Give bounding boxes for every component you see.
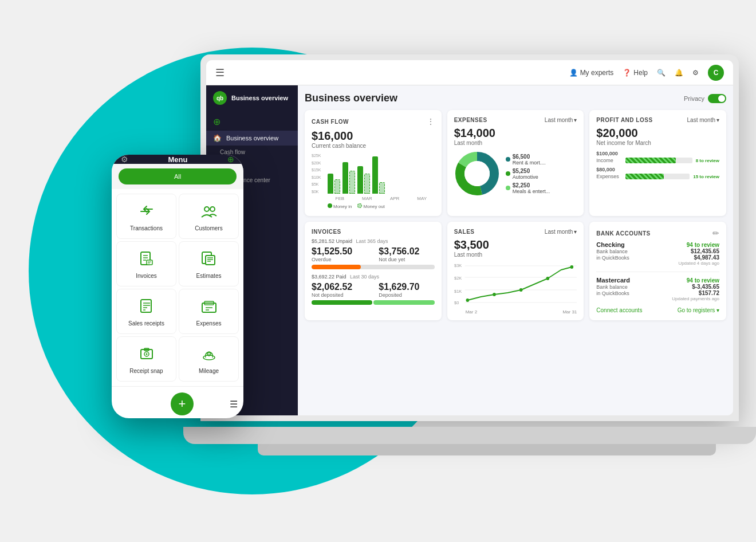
phone-menu-grid: Transactions Customers — [112, 189, 243, 386]
phone-gear-icon[interactable]: ⚙ — [121, 155, 128, 164]
expenses-label: Expenses — [196, 320, 222, 327]
invoices-title: INVOICES — [312, 229, 341, 235]
expenses-legend-rent: $6,500 Rent & mort.... — [506, 154, 550, 166]
svg-point-29 — [208, 354, 210, 355]
help-icon: ❓ — [623, 69, 631, 77]
phone-add-icon[interactable]: ⊕ — [227, 155, 234, 164]
pnl-card: PROFIT AND LOSS Last month ▾ $20,000 Net… — [589, 110, 726, 216]
pnl-title: PROFIT AND LOSS — [596, 117, 652, 123]
bar-may — [372, 156, 385, 194]
toggle-knob — [718, 95, 725, 102]
page-title: Business overview — [305, 92, 397, 104]
sales-amount: $3,500 — [454, 238, 577, 252]
pnl-income-row: Income 8 to review — [596, 158, 719, 163]
phone-menu-expenses[interactable]: Expenses — [179, 289, 239, 334]
chevron-down-icon: ▾ — [574, 229, 577, 235]
bank-checking: Checking 94 to review Bank balance $12,4… — [596, 241, 719, 266]
svg-rect-10 — [206, 256, 215, 265]
svg-rect-6 — [147, 260, 152, 265]
svg-point-45 — [519, 288, 523, 292]
privacy-toggle[interactable]: Privacy — [684, 94, 726, 103]
expenses-title: EXPENSES — [454, 117, 487, 123]
svg-point-43 — [466, 299, 469, 302]
search-btn[interactable]: 🔍 — [657, 69, 666, 77]
mobile-phone: ⚙ Menu ⊕ All Transactions — [112, 155, 243, 418]
phone-menu-customers[interactable]: Customers — [179, 194, 239, 239]
cashflow-title: CASH FLOW — [312, 119, 349, 125]
qb-logo: qb — [213, 91, 227, 105]
phone-hamburger-icon[interactable]: ☰ — [230, 399, 238, 410]
expenses-card: EXPENSES Last month ▾ $14,000 Last month — [447, 110, 584, 216]
sales-period-btn[interactable]: Last month ▾ — [545, 229, 577, 235]
pnl-subtitle: Net income for March — [596, 140, 719, 146]
svg-point-47 — [570, 265, 573, 269]
expenses-amount: $14,000 — [454, 127, 577, 140]
svg-point-0 — [204, 207, 209, 211]
chevron-down-icon: ▾ — [574, 117, 577, 123]
hamburger-icon[interactable]: ☰ — [215, 66, 225, 79]
expenses-donut-chart — [454, 151, 500, 197]
sidebar-add-row[interactable]: ⊕ — [206, 113, 298, 131]
app-header: ☰ 👤 My experts ❓ Help 🔍 🔔 — [206, 60, 733, 85]
help-btn[interactable]: ❓ Help — [623, 69, 648, 77]
bar-mar — [342, 162, 355, 194]
estimates-icon — [199, 249, 219, 269]
bank-mastercard: Mastercard 94 to review Bank balance $-3… — [596, 277, 719, 301]
phone-fab-button[interactable]: + — [171, 392, 194, 415]
cashflow-menu-btn[interactable]: ⋮ — [427, 117, 435, 126]
go-to-registers-btn[interactable]: Go to registers ▾ — [678, 307, 719, 313]
phone-filter-all[interactable]: All — [119, 168, 237, 184]
bar-feb — [328, 174, 340, 194]
user-avatar[interactable]: C — [708, 65, 724, 81]
phone-menu-estimates[interactable]: Estimates — [179, 241, 239, 286]
cashflow-card: CASH FLOW ⋮ $16,000 Current cash balance… — [305, 110, 442, 216]
mileage-icon — [199, 344, 219, 364]
my-experts-btn[interactable]: 👤 My experts — [569, 69, 614, 77]
invoices-card: INVOICES $5,281.52 Unpaid Last 365 days … — [305, 222, 442, 320]
phone-menu-invoices[interactable]: Invoices — [116, 241, 176, 286]
invoices-deposited-row: $2,062.52 Not deposited $1,629.70 Deposi… — [312, 282, 435, 298]
checking-review[interactable]: 94 to review — [687, 242, 719, 248]
notifications-btn[interactable]: 🔔 — [675, 69, 683, 77]
phone-menu-receipt-snap[interactable]: Receipt snap — [116, 336, 176, 382]
sales-subtitle: Last month — [454, 252, 577, 258]
svg-text:$2K: $2K — [454, 276, 462, 281]
expenses-period-btn[interactable]: Last month ▾ — [545, 117, 577, 123]
settings-btn[interactable]: ⚙ — [692, 69, 699, 77]
laptop-base — [183, 427, 756, 444]
svg-text:$1K: $1K — [454, 289, 462, 294]
transactions-label: Transactions — [130, 225, 163, 231]
bank-edit-btn[interactable]: ✏ — [712, 229, 719, 238]
customers-icon — [199, 201, 219, 222]
chart-legend: Money in Money out — [312, 203, 435, 209]
svg-point-44 — [493, 293, 496, 296]
bell-icon: 🔔 — [675, 69, 683, 77]
privacy-switch[interactable] — [708, 94, 726, 103]
pnl-period-btn[interactable]: Last month ▾ — [687, 117, 719, 123]
svg-point-1 — [210, 207, 215, 211]
main-content: Business overview Privacy — [298, 85, 733, 415]
expenses-legend: $6,500 Rent & mort.... $5,250 Aut — [506, 154, 550, 194]
bank-accounts-card: BANK ACCOUNTS ✏ Checking 94 to review — [589, 222, 726, 320]
phone-menu-transactions[interactable]: Transactions — [116, 194, 176, 239]
transactions-icon — [136, 201, 157, 222]
sales-card: SALES Last month ▾ $3,500 Last month — [447, 222, 584, 320]
chart-x-labels: FEBMARAPRMAY — [312, 196, 435, 201]
phone-title: Menu — [168, 155, 188, 164]
receipt-snap-icon — [136, 344, 157, 364]
pnl-expenses-row: Expenses 15 to review — [596, 174, 719, 179]
sales-title: SALES — [454, 229, 475, 235]
phone-menu-sales-receipts[interactable]: Sales receipts — [116, 289, 176, 334]
search-icon: 🔍 — [657, 69, 666, 77]
sidebar-title: Business overview — [231, 95, 288, 101]
customers-label: Customers — [195, 225, 222, 231]
sales-line-chart: $3K $2K $1K $0 — [454, 261, 577, 307]
svg-point-46 — [546, 277, 549, 280]
estimates-label: Estimates — [196, 273, 222, 279]
phone-menu-mileage[interactable]: Mileage — [179, 336, 239, 382]
mileage-label: Mileage — [199, 368, 219, 374]
chevron-down-icon: ▾ — [716, 117, 719, 123]
sidebar-item-business-overview[interactable]: 🏠 Business overview — [206, 131, 298, 146]
connect-accounts-link[interactable]: Connect accounts — [596, 307, 642, 313]
mastercard-review[interactable]: 94 to review — [687, 277, 719, 284]
